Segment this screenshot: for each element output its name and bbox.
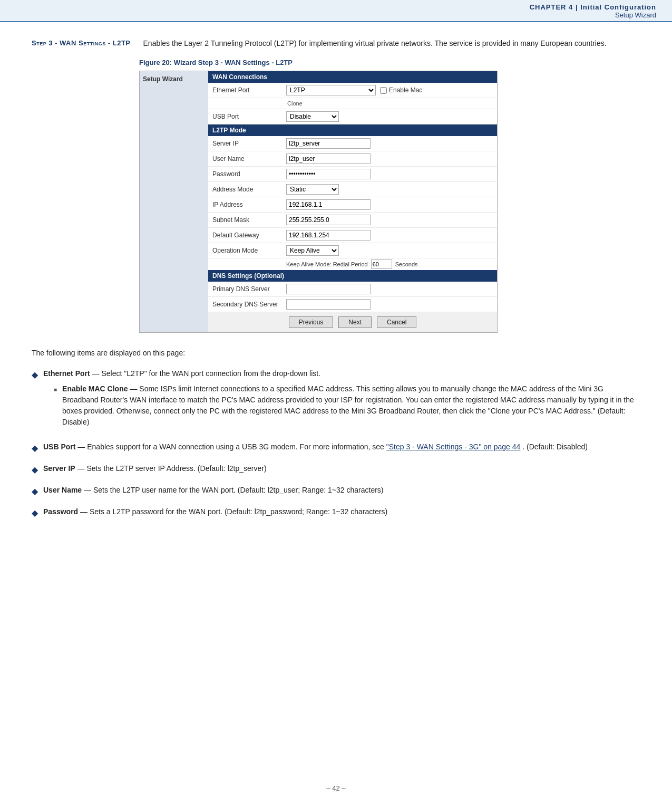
secondary-dns-control xyxy=(286,299,493,310)
primary-dns-row: Primary DNS Server xyxy=(208,282,497,297)
bullet-term: Server IP xyxy=(43,464,75,473)
sub-content: Enable MAC Clone — Some ISPs limit Inter… xyxy=(62,383,640,428)
user-name-control xyxy=(286,153,493,164)
server-ip-control xyxy=(286,138,493,149)
bullet-content: Ethernet Port — Select "L2TP" for the WA… xyxy=(43,368,640,433)
primary-dns-control xyxy=(286,284,493,294)
operation-mode-select[interactable]: Keep Alive xyxy=(286,245,339,256)
previous-button[interactable]: Previous xyxy=(289,316,334,328)
operation-mode-control: Keep Alive xyxy=(286,245,493,256)
list-item: ■ Enable MAC Clone — Some ISPs limit Int… xyxy=(43,383,640,428)
bullet-term: USB Port xyxy=(43,443,75,451)
default-gateway-input[interactable] xyxy=(286,230,371,241)
bullet-term: Password xyxy=(43,507,78,516)
enable-mac-checkbox[interactable] xyxy=(380,87,387,94)
chapter-separator: | xyxy=(576,3,580,11)
enable-mac-label: Enable Mac xyxy=(380,86,422,94)
sub-bullet-list: ■ Enable MAC Clone — Some ISPs limit Int… xyxy=(43,383,640,428)
main-content: Step 3 - WAN Settings - L2TP Enables the… xyxy=(0,22,672,549)
bullet-content: Password — Sets a L2TP password for the … xyxy=(43,506,640,520)
list-item: ◆ Ethernet Port — Select "L2TP" for the … xyxy=(32,368,640,433)
bullet-text: — Sets the L2TP server IP Address. (Defa… xyxy=(77,464,267,473)
list-item: ◆ Password — Sets a L2TP password for th… xyxy=(32,506,640,520)
bullet-text: — Enables support for a WAN connection u… xyxy=(77,443,386,451)
usb-port-select[interactable]: Disable xyxy=(286,111,339,122)
bullet-text-after: . (Default: Disabled) xyxy=(522,443,588,451)
subnet-mask-label: Subnet Mask xyxy=(212,216,286,224)
figure-label: Figure 20: Wizard Step 3 - WAN Settings … xyxy=(139,59,640,66)
buttons-row: Previous Next Cancel xyxy=(208,312,497,332)
list-item: ◆ User Name — Sets the L2TP user name fo… xyxy=(32,485,640,498)
server-ip-label: Server IP xyxy=(212,140,286,147)
password-label: Password xyxy=(212,170,286,178)
password-input[interactable] xyxy=(286,169,371,179)
ethernet-port-select[interactable]: L2TP xyxy=(286,85,376,95)
bullet-diamond-icon: ◆ xyxy=(32,485,38,498)
ip-address-row: IP Address xyxy=(208,197,497,213)
ethernet-port-control: L2TP Enable Mac xyxy=(286,85,493,95)
step-section: Step 3 - WAN Settings - L2TP Enables the… xyxy=(32,38,640,49)
wizard-sidebar: Setup Wizard xyxy=(140,71,208,332)
user-name-input[interactable] xyxy=(286,153,371,164)
clone-label: Clone xyxy=(287,100,303,107)
address-mode-select[interactable]: Static xyxy=(286,184,339,195)
address-mode-label: Address Mode xyxy=(212,186,286,193)
l2tp-mode-header: L2TP Mode xyxy=(208,124,497,136)
bullet-content: User Name — Sets the L2TP user name for … xyxy=(43,485,640,498)
ip-address-label: IP Address xyxy=(212,201,286,208)
bullet-diamond-icon: ◆ xyxy=(32,442,38,455)
ip-address-control xyxy=(286,199,493,210)
bullet-term: Ethernet Port xyxy=(43,369,90,378)
secondary-dns-label: Secondary DNS Server xyxy=(212,301,286,308)
server-ip-row: Server IP xyxy=(208,136,497,151)
subnet-mask-input[interactable] xyxy=(286,215,371,225)
usb-port-link[interactable]: "Step 3 - WAN Settings - 3G" on page 44 xyxy=(386,443,521,451)
secondary-dns-row: Secondary DNS Server xyxy=(208,297,497,312)
wizard-form: WAN Connections Ethernet Port L2TP Enabl… xyxy=(208,71,497,332)
sub-text: — Some ISPs limit Internet connections t… xyxy=(62,384,634,426)
bullet-content: Server IP — Sets the L2TP server IP Addr… xyxy=(43,463,640,476)
bullet-term: User Name xyxy=(43,486,82,494)
clone-row: Clone xyxy=(208,98,497,109)
operation-mode-label: Operation Mode xyxy=(212,247,286,254)
keepalive-unit: Seconds xyxy=(395,261,418,267)
address-mode-control: Static xyxy=(286,184,493,195)
bullet-text: — Select "L2TP" for the WAN port connect… xyxy=(92,369,321,378)
list-item: ◆ USB Port — Enables support for a WAN c… xyxy=(32,441,640,455)
secondary-dns-input[interactable] xyxy=(286,299,371,310)
password-row: Password xyxy=(208,167,497,182)
sub-bullet-icon: ■ xyxy=(54,386,57,428)
wizard-box: Setup Wizard WAN Connections Ethernet Po… xyxy=(139,71,498,333)
subnet-mask-control xyxy=(286,215,493,225)
cancel-button[interactable]: Cancel xyxy=(377,316,416,328)
page-header: CHAPTER 4 | Initial Configuration Setup … xyxy=(0,0,672,22)
bullet-list: ◆ Ethernet Port — Select "L2TP" for the … xyxy=(32,368,640,520)
ip-address-input[interactable] xyxy=(286,199,371,210)
usb-port-control: Disable xyxy=(286,111,493,122)
ethernet-port-label: Ethernet Port xyxy=(212,86,286,94)
operation-mode-row: Operation Mode Keep Alive xyxy=(208,243,497,258)
bullet-content: USB Port — Enables support for a WAN con… xyxy=(43,441,640,455)
list-item: ◆ Server IP — Sets the L2TP server IP Ad… xyxy=(32,463,640,476)
body-intro: The following items are displayed on thi… xyxy=(32,348,640,359)
server-ip-input[interactable] xyxy=(286,138,371,149)
sidebar-title: Setup Wizard xyxy=(143,75,183,83)
subnet-mask-row: Subnet Mask xyxy=(208,213,497,228)
keepalive-text: Keep Alive Mode: Redial Period xyxy=(286,261,368,267)
chapter-subtitle: Setup Wizard xyxy=(16,11,656,19)
next-button[interactable]: Next xyxy=(338,316,372,328)
chapter-label: CHAPTER 4 | Initial Configuration xyxy=(16,3,656,11)
wan-connections-header: WAN Connections xyxy=(208,71,497,83)
password-control xyxy=(286,169,493,179)
bullet-text: — Sets the L2TP user name for the WAN po… xyxy=(84,486,383,494)
wizard-layout: Setup Wizard WAN Connections Ethernet Po… xyxy=(140,71,497,332)
default-gateway-control xyxy=(286,230,493,241)
usb-port-label: USB Port xyxy=(212,113,286,120)
sub-term: Enable MAC Clone xyxy=(62,384,128,393)
address-mode-row: Address Mode Static xyxy=(208,182,497,197)
chapter-number: CHAPTER 4 xyxy=(530,3,573,11)
primary-dns-input[interactable] xyxy=(286,284,371,294)
keepalive-input[interactable] xyxy=(371,259,392,269)
step-label: Step 3 - WAN Settings - L2TP xyxy=(32,38,131,49)
bullet-diamond-icon: ◆ xyxy=(32,464,38,476)
